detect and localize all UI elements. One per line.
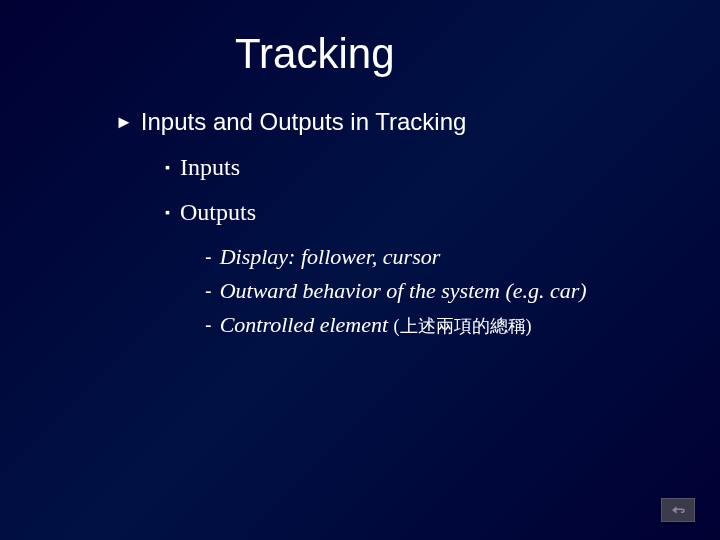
bullet-level3: - Controlled element (上述兩項的總稱) (205, 312, 720, 338)
bullet-level3: - Outward behavior of the system (e.g. c… (205, 278, 720, 304)
level3-text: Controlled element (上述兩項的總稱) (220, 312, 532, 338)
square-bullet-icon: ▪ (165, 206, 170, 220)
slide-title: Tracking (0, 0, 720, 78)
bullet-level2: ▪ Outputs (165, 199, 720, 226)
return-button[interactable] (661, 498, 695, 522)
slide: Tracking ► Inputs and Outputs in Trackin… (0, 0, 720, 540)
bullet-level1: ► Inputs and Outputs in Tracking (115, 108, 720, 136)
return-icon (669, 503, 687, 517)
level1-text: Inputs and Outputs in Tracking (141, 108, 467, 136)
dash-bullet-icon: - (205, 281, 212, 301)
dash-bullet-icon: - (205, 315, 212, 335)
bullet-level3: - Display: follower, cursor (205, 244, 720, 270)
level2-text: Outputs (180, 199, 256, 226)
dash-bullet-icon: - (205, 247, 212, 267)
slide-content: ► Inputs and Outputs in Tracking ▪ Input… (0, 78, 720, 338)
bullet-level2: ▪ Inputs (165, 154, 720, 181)
level3-text: Display: follower, cursor (220, 244, 441, 270)
square-bullet-icon: ▪ (165, 161, 170, 175)
level2-text: Inputs (180, 154, 240, 181)
arrow-right-icon: ► (115, 113, 133, 131)
level3-text: Outward behavior of the system (e.g. car… (220, 278, 587, 304)
